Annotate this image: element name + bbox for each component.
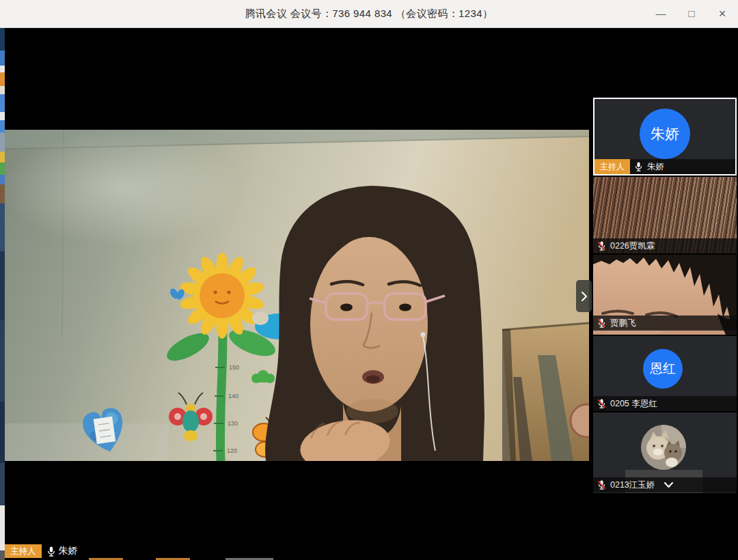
participant-name-bar: 0213江玉娇 xyxy=(593,477,737,492)
svg-text:140: 140 xyxy=(228,393,238,400)
participants-sidebar: 朱娇 主持人 朱娇 0226贾凯霖 xyxy=(593,98,737,494)
mic-muted-icon xyxy=(597,398,606,409)
participant-name-bar: 主持人 朱娇 xyxy=(594,159,735,174)
mic-muted-icon xyxy=(597,479,606,490)
mic-muted-icon xyxy=(597,318,606,328)
speaker-figure xyxy=(265,186,484,461)
participant-name: 0213江玉娇 xyxy=(610,479,655,491)
participant-name: 0226贾凯霖 xyxy=(610,240,655,252)
chevron-right-icon xyxy=(581,291,588,302)
avatar: 朱娇 xyxy=(640,109,690,159)
svg-text:120: 120 xyxy=(227,447,237,454)
avatar-initials: 恩红 xyxy=(650,360,676,378)
main-video-tile[interactable]: 150 140 130 120 xyxy=(5,130,589,461)
window-titlebar: 腾讯会议 会议号：736 944 834 （会议密码：1234） — □ × xyxy=(0,0,738,28)
participant-tile-host[interactable]: 朱娇 主持人 朱娇 xyxy=(593,98,737,176)
main-speaker-info: 主持人 朱娇 xyxy=(5,544,78,558)
participant-name-bar: 0205 李恩红 xyxy=(593,396,737,411)
window-controls: — □ × xyxy=(655,0,728,27)
host-badge: 主持人 xyxy=(5,544,42,558)
window-title: 腾讯会议 会议号：736 944 834 （会议密码：1234） xyxy=(245,8,493,20)
participant-name: 朱娇 xyxy=(647,161,664,173)
participant-name-bar: 0226贾凯霖 xyxy=(593,238,737,253)
svg-text:130: 130 xyxy=(228,420,238,427)
close-button[interactable]: × xyxy=(716,0,728,27)
wardrobe-door xyxy=(502,322,589,461)
svg-text:150: 150 xyxy=(229,364,239,371)
maximize-button[interactable]: □ xyxy=(685,0,698,27)
participant-name: 0205 李恩红 xyxy=(610,398,657,410)
mic-on-icon xyxy=(46,546,56,557)
participant-name-bar: 贾鹏飞 xyxy=(593,316,737,331)
minimize-button[interactable]: — xyxy=(655,0,667,27)
webcam-scene: 150 140 130 120 xyxy=(5,130,589,461)
mic-on-icon xyxy=(634,161,643,172)
speaker-name: 朱娇 xyxy=(59,545,78,557)
host-badge: 主持人 xyxy=(594,159,630,174)
cats-photo-avatar xyxy=(641,425,686,470)
avatar-initials: 朱娇 xyxy=(651,124,679,143)
adjacent-window-sliver xyxy=(0,27,5,560)
participant-tile[interactable]: 0226贾凯霖 xyxy=(593,177,737,253)
mic-muted-icon xyxy=(597,240,606,251)
collapse-sidebar-handle[interactable] xyxy=(576,280,592,312)
participant-name: 贾鹏飞 xyxy=(610,318,636,329)
participant-tile[interactable]: 0213江玉娇 xyxy=(593,412,737,493)
participant-tile[interactable]: 恩红 0205 李恩红 xyxy=(593,336,737,411)
participant-tile[interactable]: 贾鹏飞 xyxy=(593,255,737,335)
avatar: 恩红 xyxy=(643,349,683,389)
chevron-down-icon[interactable] xyxy=(664,482,673,488)
